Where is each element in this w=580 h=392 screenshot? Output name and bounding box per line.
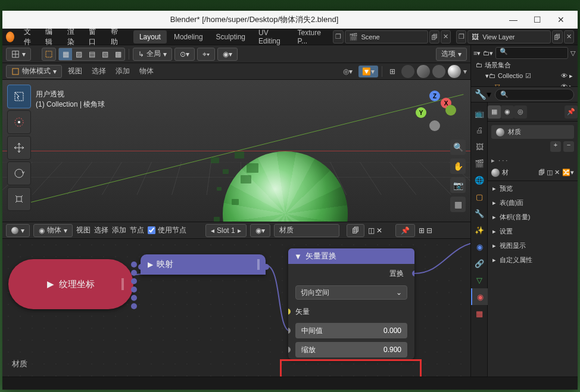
shading-solid[interactable] (417, 65, 430, 78)
tab-modifiers[interactable]: 🔧 (471, 205, 488, 222)
mat-add[interactable]: + (550, 141, 561, 152)
tab-world[interactable]: 🌐 (471, 172, 488, 188)
mat-remove[interactable]: − (563, 141, 574, 152)
gizmo-toggle[interactable]: ◎▾ (339, 66, 356, 77)
node-texture-coord[interactable]: ▶ 纹理坐标 (8, 259, 133, 309)
shading-matprev[interactable] (432, 65, 445, 78)
space-dropdown[interactable]: 切向空间⌄ (295, 285, 407, 300)
scale-field[interactable]: 缩放0.900 (295, 342, 407, 357)
tab-render[interactable]: 📺 (471, 105, 488, 122)
vp-menu-object[interactable]: 物体 (136, 64, 157, 78)
matmode-single[interactable]: ◉ (501, 105, 514, 119)
snap-combo[interactable]: ⌖▾ (197, 48, 215, 61)
use-nodes-checkbox[interactable]: 使用节点 (148, 225, 186, 235)
pivot-combo[interactable]: ⊙▾ (174, 48, 195, 61)
scene-new-button[interactable]: 🗐 (429, 30, 439, 43)
tab-scene[interactable]: 🎬 (471, 155, 488, 172)
options-combo[interactable]: 选项 ▾ (436, 48, 467, 61)
mode-combo[interactable]: 物体模式 ▾ (6, 65, 62, 78)
node-vector-displacement[interactable]: ▼矢量置换 置换 切向空间⌄ 矢量 中间值0.000 缩放0.900 (288, 248, 414, 359)
vp-menu-select[interactable]: 选择 (88, 64, 110, 78)
workspace-uv[interactable]: UV Editing (252, 26, 291, 48)
tool-select-box[interactable] (7, 85, 31, 108)
viewlayer-browse-button[interactable]: ❐ (456, 30, 466, 43)
orientation-combo[interactable]: ↳ 全局 ▾ (133, 48, 172, 61)
panel-surface[interactable]: ▸ 表(曲)面 (488, 195, 578, 210)
tab-physics[interactable]: ◉ (471, 238, 488, 255)
shader-type-combo[interactable]: ◉ 物体 ▾ (33, 224, 73, 237)
node-wrangle-icon[interactable]: 🔀▾ (562, 169, 574, 176)
tab-particles[interactable]: ✨ (471, 222, 488, 238)
tree-object[interactable]: ▽👁 ▸ (476, 81, 575, 87)
panel-viewport[interactable]: ▸ 视图显示 (488, 238, 578, 253)
scene-name-input[interactable] (361, 33, 409, 41)
tree-collection[interactable]: ▾🗀 Collectio ☑👁 ▸ (476, 70, 575, 81)
minimize-button[interactable]: — (501, 15, 525, 24)
nav-pan-icon[interactable]: ✋ (450, 158, 466, 174)
viewlayer-name-input[interactable] (482, 33, 530, 41)
editor-type-3dview[interactable]: ▾ (6, 48, 31, 61)
3d-viewport[interactable]: 用户透视 (1) Collection | 棱角球 Z Y X (2, 80, 470, 222)
tool-move[interactable] (7, 136, 31, 160)
tab-output[interactable]: 🖨 (471, 122, 488, 138)
slot-combo[interactable]: ◂ Slot 1 ▸ (205, 224, 247, 237)
tab-object[interactable]: ▢ (471, 188, 488, 205)
nav-perspective-icon[interactable]: ▦ (450, 197, 466, 212)
shading-wire[interactable] (401, 65, 414, 78)
gizmo-neg-z[interactable] (429, 120, 440, 131)
vp-menu-view[interactable]: 视图 (64, 64, 86, 78)
proportional-combo[interactable]: ◉▾ (217, 48, 238, 61)
node-canvas[interactable]: 材质 ▶ 纹理坐标 (2, 239, 470, 377)
select-mode-group[interactable]: ▦ ▨ ▤ ▧ ▩ (58, 48, 125, 61)
viewlayer-field[interactable]: 🖼 (467, 30, 551, 43)
workspace-sculpting[interactable]: Sculpting (210, 30, 251, 43)
viewlayer-new-button[interactable]: 🗐 (552, 30, 562, 43)
xray-toggle[interactable]: ⊞ (386, 66, 399, 77)
ne-menu-view[interactable]: 视图 (76, 225, 91, 235)
nav-zoom-icon[interactable]: 🔍 (450, 139, 466, 155)
nav-camera-icon[interactable]: 📷 (450, 178, 466, 193)
panel-volume[interactable]: ▸ 体积(音量) (488, 210, 578, 224)
ne-menu-select[interactable]: 选择 (94, 225, 108, 235)
nav-gizmo[interactable]: Z Y X (416, 91, 454, 129)
pin-icon[interactable]: 📌 (565, 105, 578, 119)
tab-viewlayer[interactable]: 🖼 (471, 138, 488, 155)
gizmo-y[interactable]: Y (416, 107, 426, 118)
tab-texture[interactable]: ▦ (471, 305, 488, 322)
viewlayer-delete-button[interactable]: ✕ (564, 30, 574, 43)
mat-name-field[interactable]: 材质 (274, 224, 339, 237)
overlay-toggle[interactable]: 🔽▾ (358, 66, 378, 77)
workspace-texture[interactable]: Texture P... (292, 26, 331, 48)
ne-menu-node[interactable]: 节点 (130, 225, 144, 235)
material-slot[interactable]: 材质 (491, 125, 574, 139)
tab-mesh[interactable]: ▽ (471, 272, 488, 288)
maximize-button[interactable]: ☐ (525, 15, 549, 24)
outliner-type-icon[interactable]: ≡▾ (473, 49, 481, 57)
tool-rotate[interactable] (7, 161, 31, 185)
outliner-filter-icon[interactable]: 🗀▾ (483, 49, 493, 57)
outliner-search[interactable]: 🔍 (495, 47, 568, 59)
props-search[interactable]: 🔍 (495, 89, 574, 101)
ne-menu-add[interactable]: 添加 (112, 225, 126, 235)
mat-browse[interactable]: ◉▾ (250, 224, 270, 237)
props-editor-icon[interactable]: 🔧▾ (475, 89, 491, 100)
gizmo-neg-y[interactable] (445, 105, 456, 116)
tab-constraints[interactable]: 🔗 (471, 255, 488, 272)
gizmo-z[interactable]: Z (429, 91, 440, 101)
outliner-filter[interactable]: ▽ (570, 49, 575, 57)
matmode-preview[interactable]: ▦ (488, 105, 501, 119)
editor-type-shader[interactable]: ▾ (6, 224, 30, 237)
node-mapping[interactable]: ▶映射 (141, 254, 266, 275)
tab-material[interactable]: ◉ (471, 288, 488, 305)
scene-delete-button[interactable]: ✕ (441, 30, 451, 43)
tree-scene-collection[interactable]: 🗀 场景集合 (476, 60, 575, 70)
shading-rendered[interactable] (448, 65, 461, 78)
tool-scale[interactable] (7, 187, 31, 211)
ne-pin2[interactable]: 📌 (395, 224, 415, 237)
select-box-icon[interactable] (42, 48, 56, 61)
panel-custom[interactable]: ▸ 自定义属性 (488, 253, 578, 267)
vp-menu-add[interactable]: 添加 (112, 64, 133, 78)
workspace-layout[interactable]: Layout (133, 30, 167, 43)
panel-settings[interactable]: ▸ 设置 (488, 224, 578, 238)
midlevel-field[interactable]: 中间值0.000 (295, 323, 407, 338)
